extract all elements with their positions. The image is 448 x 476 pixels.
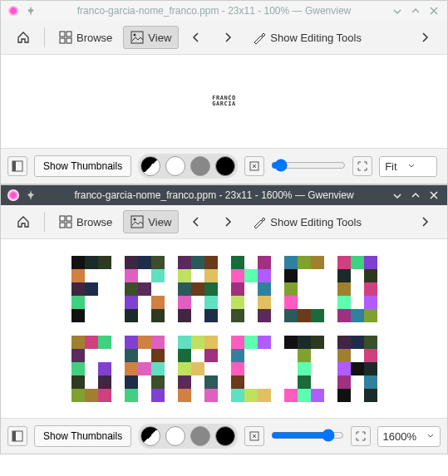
window-2: franco-garcia-nome_franco.ppm - 23x11 - … bbox=[0, 184, 448, 454]
svg-rect-9 bbox=[60, 216, 65, 221]
next-button[interactable] bbox=[214, 210, 242, 233]
titlebar-1: franco-garcia-nome_franco.ppm - 23x11 - … bbox=[1, 1, 447, 21]
sidebar-toggle[interactable] bbox=[7, 156, 27, 176]
view-label: View bbox=[148, 216, 171, 228]
minimize-button[interactable] bbox=[391, 189, 404, 202]
svg-rect-4 bbox=[131, 32, 143, 43]
svg-rect-10 bbox=[66, 216, 71, 221]
viewport-2[interactable] bbox=[1, 239, 447, 418]
zoom-value: 1600% bbox=[383, 430, 416, 443]
browse-button[interactable]: Browse bbox=[52, 26, 120, 49]
close-button[interactable] bbox=[427, 4, 441, 17]
bottombar-1: Show Thumbnails Fit bbox=[1, 148, 447, 184]
editing-tools-button[interactable]: Show Editing Tools bbox=[245, 210, 369, 233]
prev-button[interactable] bbox=[182, 210, 210, 233]
browse-label: Browse bbox=[76, 32, 112, 44]
app-icon bbox=[7, 189, 19, 201]
bg-auto-icon[interactable] bbox=[140, 426, 160, 446]
zoom-select[interactable]: Fit bbox=[379, 156, 437, 177]
expand-button[interactable] bbox=[411, 210, 439, 233]
window-title: franco-garcia-nome_franco.ppm - 23x11 - … bbox=[42, 189, 386, 201]
chevron-down-icon bbox=[426, 432, 435, 440]
bg-black-icon[interactable] bbox=[215, 156, 235, 176]
view-button[interactable]: View bbox=[123, 210, 179, 233]
window-title: franco-garcia-nome_franco.ppm - 23x11 - … bbox=[42, 5, 386, 17]
image-large bbox=[71, 256, 377, 402]
bg-gray-icon[interactable] bbox=[190, 156, 210, 176]
svg-rect-13 bbox=[131, 216, 143, 228]
fullscreen-icon[interactable] bbox=[351, 426, 371, 446]
zoom-slider[interactable] bbox=[271, 159, 346, 174]
svg-rect-11 bbox=[60, 223, 65, 228]
svg-rect-12 bbox=[66, 223, 71, 228]
sidebar-toggle[interactable] bbox=[7, 426, 27, 446]
viewport-1[interactable]: FRANCO GARCIA bbox=[1, 55, 447, 148]
home-button[interactable] bbox=[9, 210, 37, 233]
minimize-button[interactable] bbox=[391, 4, 404, 17]
toolbar-2: Browse View Show Editing Tools bbox=[1, 205, 447, 239]
next-button[interactable] bbox=[214, 26, 242, 49]
maximize-button[interactable] bbox=[409, 4, 422, 17]
fullscreen-icon[interactable] bbox=[352, 156, 372, 176]
bg-white-icon[interactable] bbox=[165, 426, 185, 446]
bg-auto-icon[interactable] bbox=[140, 156, 160, 176]
image-small: FRANCO GARCIA bbox=[212, 96, 235, 107]
divider bbox=[44, 27, 45, 47]
bg-black-icon[interactable] bbox=[215, 426, 235, 446]
bg-color-row bbox=[138, 424, 238, 449]
zoom-value: Fit bbox=[385, 160, 396, 173]
app-icon bbox=[7, 5, 19, 17]
thumbnails-button[interactable]: Show Thumbnails bbox=[34, 155, 131, 177]
view-label: View bbox=[148, 32, 171, 44]
browse-button[interactable]: Browse bbox=[52, 210, 120, 233]
maximize-button[interactable] bbox=[409, 189, 422, 202]
editing-tools-button[interactable]: Show Editing Tools bbox=[245, 26, 369, 49]
svg-rect-0 bbox=[60, 32, 65, 37]
titlebar-2: franco-garcia-nome_franco.ppm - 23x11 - … bbox=[1, 185, 447, 205]
close-button[interactable] bbox=[427, 189, 441, 202]
window-1: franco-garcia-nome_franco.ppm - 23x11 - … bbox=[0, 0, 448, 184]
thumbnails-button[interactable]: Show Thumbnails bbox=[34, 425, 131, 447]
home-button[interactable] bbox=[9, 26, 37, 49]
pin-icon[interactable] bbox=[24, 4, 37, 17]
svg-point-14 bbox=[134, 218, 136, 221]
bottombar-2: Show Thumbnails 1600% bbox=[1, 418, 447, 454]
svg-rect-3 bbox=[66, 38, 71, 43]
divider bbox=[44, 212, 45, 232]
svg-rect-7 bbox=[12, 161, 16, 171]
view-button[interactable]: View bbox=[123, 26, 179, 49]
chevron-down-icon bbox=[407, 162, 416, 170]
toolbar-1: Browse View Show Editing Tools bbox=[1, 21, 447, 55]
zoom-slider[interactable] bbox=[271, 429, 343, 444]
expand-button[interactable] bbox=[411, 26, 439, 49]
bg-color-row bbox=[138, 154, 238, 179]
bg-white-icon[interactable] bbox=[165, 156, 185, 176]
svg-rect-1 bbox=[66, 32, 71, 37]
editing-label: Show Editing Tools bbox=[270, 216, 362, 228]
bg-gray-icon[interactable] bbox=[190, 426, 210, 446]
svg-rect-2 bbox=[60, 38, 65, 43]
zoom-fit-icon[interactable] bbox=[244, 426, 264, 446]
editing-label: Show Editing Tools bbox=[270, 32, 362, 44]
svg-point-5 bbox=[134, 34, 136, 37]
zoom-fit-icon[interactable] bbox=[244, 156, 264, 176]
prev-button[interactable] bbox=[182, 26, 210, 49]
zoom-select[interactable]: 1600% bbox=[377, 426, 441, 447]
svg-rect-16 bbox=[12, 431, 16, 441]
browse-label: Browse bbox=[76, 216, 112, 228]
pin-icon[interactable] bbox=[24, 189, 37, 202]
